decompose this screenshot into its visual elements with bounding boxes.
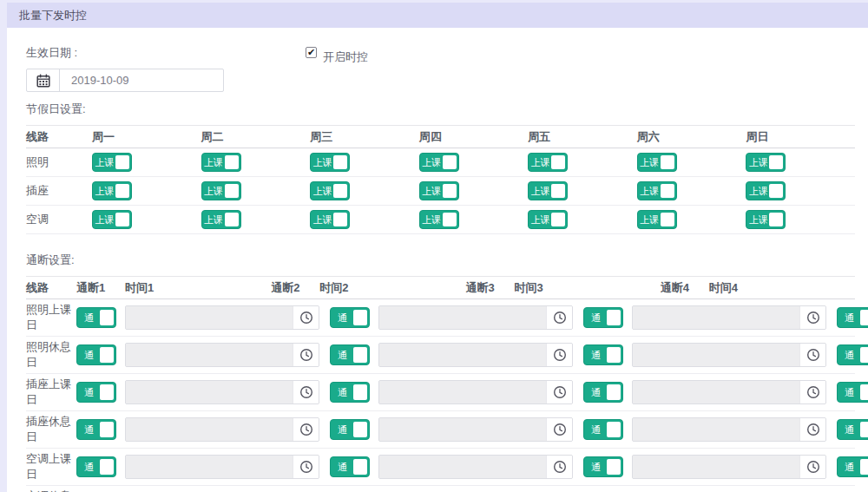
- class-day-toggle[interactable]: 上课: [92, 153, 132, 172]
- clock-icon[interactable]: [799, 456, 825, 478]
- clock-icon[interactable]: [799, 381, 825, 403]
- clock-icon[interactable]: [546, 418, 572, 441]
- on-off-toggle[interactable]: 通: [837, 419, 868, 440]
- top-form-row: 生效日期 :: [26, 45, 855, 92]
- clock-icon[interactable]: [799, 344, 825, 366]
- time-input[interactable]: [126, 381, 293, 403]
- time-input[interactable]: [379, 344, 546, 366]
- calendar-icon[interactable]: [27, 69, 60, 91]
- on-off-toggle[interactable]: 通: [76, 456, 116, 477]
- toggle-knob: [607, 384, 621, 400]
- on-off-toggle[interactable]: 通: [330, 456, 370, 477]
- enable-time-control-checkbox[interactable]: ✔: [306, 47, 317, 58]
- table-row-socket: 插座 上课 上课 上课 上课 上课 上课 上课: [26, 177, 855, 206]
- column-header-line: 线路: [26, 129, 92, 145]
- toggle-knob: [860, 384, 868, 400]
- on-off-toggle[interactable]: 通: [837, 344, 868, 365]
- toggle-knob: [769, 155, 783, 169]
- time-input[interactable]: [126, 456, 293, 478]
- toggle-knob: [353, 384, 367, 400]
- time-input[interactable]: [633, 344, 799, 366]
- toggle-knob: [860, 347, 868, 363]
- class-day-toggle[interactable]: 上课: [528, 153, 568, 172]
- class-day-toggle[interactable]: 上课: [419, 181, 459, 200]
- class-day-toggle[interactable]: 上课: [201, 181, 241, 200]
- class-day-toggle[interactable]: 上课: [419, 210, 459, 229]
- class-day-toggle[interactable]: 上课: [419, 153, 459, 172]
- on-off-toggle[interactable]: 通: [837, 456, 868, 477]
- on-off-toggle[interactable]: 通: [837, 382, 868, 403]
- line-label: 插座: [26, 183, 92, 199]
- on-off-toggle[interactable]: 通: [583, 456, 623, 477]
- class-day-toggle[interactable]: 上课: [310, 153, 350, 172]
- clock-icon[interactable]: [293, 381, 319, 403]
- time-input[interactable]: [633, 381, 799, 403]
- line-label: 照明休息日: [26, 339, 76, 370]
- clock-icon[interactable]: [293, 306, 319, 329]
- time-input[interactable]: [633, 456, 799, 478]
- line-label: 空调: [26, 212, 92, 227]
- time-input[interactable]: [633, 418, 799, 441]
- column-header-mon: 周一: [92, 129, 201, 145]
- on-off-toggle[interactable]: 通: [76, 344, 116, 365]
- time-input-group: [125, 305, 319, 330]
- line-label: 插座上课日: [26, 377, 76, 407]
- class-day-toggle[interactable]: 上课: [637, 153, 677, 172]
- column-header-time1: 时间1: [125, 280, 271, 296]
- clock-icon[interactable]: [293, 344, 319, 366]
- time-input[interactable]: [126, 418, 293, 441]
- on-off-toggle[interactable]: 通: [330, 419, 370, 440]
- time-input[interactable]: [379, 306, 546, 329]
- clock-icon[interactable]: [799, 418, 825, 441]
- toggle-knob: [100, 459, 114, 475]
- class-day-toggle[interactable]: 上课: [528, 210, 568, 229]
- time-input[interactable]: [379, 456, 546, 478]
- class-day-toggle[interactable]: 上课: [746, 181, 786, 200]
- time-input[interactable]: [379, 418, 546, 441]
- time-input[interactable]: [379, 381, 546, 403]
- class-day-toggle[interactable]: 上课: [637, 210, 677, 229]
- class-day-toggle[interactable]: 上课: [92, 210, 132, 229]
- clock-icon[interactable]: [546, 456, 572, 478]
- clock-icon[interactable]: [293, 418, 319, 441]
- clock-icon[interactable]: [546, 344, 572, 366]
- on-off-toggle[interactable]: 通: [583, 307, 623, 328]
- toggle-knob: [443, 213, 457, 226]
- time-input-group: [378, 305, 573, 330]
- clock-icon[interactable]: [546, 306, 572, 329]
- table-row-lighting: 照明 上课 上课 上课 上课 上课 上课 上课: [26, 148, 855, 177]
- clock-icon[interactable]: [293, 456, 319, 478]
- class-day-toggle[interactable]: 上课: [201, 210, 241, 229]
- class-day-toggle[interactable]: 上课: [201, 153, 241, 172]
- toggle-knob: [607, 347, 621, 363]
- on-off-toggle[interactable]: 通: [837, 307, 868, 328]
- effective-date-input[interactable]: 2019-10-09: [26, 69, 224, 92]
- clock-icon[interactable]: [546, 381, 572, 403]
- on-off-toggle[interactable]: 通: [76, 419, 116, 440]
- on-off-toggle[interactable]: 通: [330, 307, 370, 328]
- on-off-toggle[interactable]: 通: [76, 382, 116, 403]
- time-input[interactable]: [633, 306, 799, 329]
- column-header-line: 线路: [26, 280, 76, 296]
- on-off-toggle[interactable]: 通: [583, 419, 623, 440]
- enable-time-control-option[interactable]: ✔ 开启时控: [306, 47, 368, 65]
- class-day-toggle[interactable]: 上课: [746, 153, 786, 172]
- time-input[interactable]: [126, 306, 293, 329]
- line-label: 照明上课日: [26, 302, 76, 332]
- on-off-toggle[interactable]: 通: [583, 344, 623, 365]
- class-day-toggle[interactable]: 上课: [92, 181, 132, 200]
- class-day-toggle[interactable]: 上课: [637, 181, 677, 200]
- toggle-knob: [333, 184, 347, 198]
- time-input-group: [125, 455, 319, 479]
- column-header-time2: 时间2: [319, 280, 465, 296]
- class-day-toggle[interactable]: 上课: [528, 181, 568, 200]
- on-off-toggle[interactable]: 通: [76, 307, 116, 328]
- class-day-toggle[interactable]: 上课: [310, 181, 350, 200]
- time-input[interactable]: [126, 344, 293, 366]
- on-off-toggle[interactable]: 通: [583, 382, 623, 403]
- on-off-toggle[interactable]: 通: [330, 344, 370, 365]
- class-day-toggle[interactable]: 上课: [310, 210, 350, 229]
- class-day-toggle[interactable]: 上课: [746, 210, 786, 229]
- on-off-toggle[interactable]: 通: [330, 382, 370, 403]
- clock-icon[interactable]: [799, 306, 825, 329]
